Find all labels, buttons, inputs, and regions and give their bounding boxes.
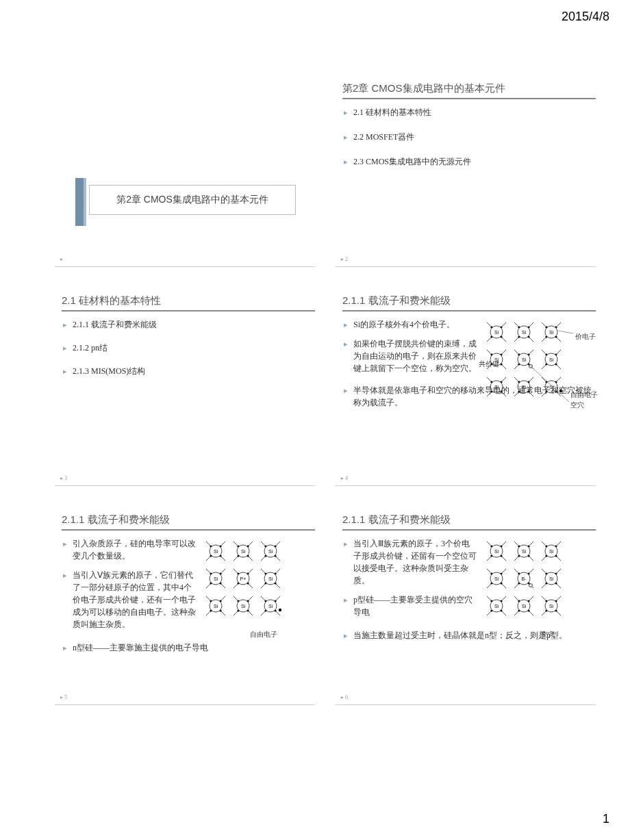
list-item: 半导体就是依靠电子和空穴的移动来导电的，通常电子和空穴被统称为载流子。 <box>344 384 596 409</box>
svg-text:Si: Si <box>549 357 554 362</box>
list-item: 当引入Ⅲ族元素的原子，3个价电子形成共价键，还留有一个空位可以接受电子。这种杂质… <box>344 537 477 587</box>
slide-title: 2.1.1 载流子和费米能级 <box>342 294 596 311</box>
title-rail-inner <box>84 178 86 226</box>
svg-text:Si: Si <box>549 576 554 581</box>
svg-text:Si: Si <box>494 549 499 554</box>
slide-title: 2.1 硅材料的基本特性 <box>62 294 315 311</box>
label-valence-electron: 价电子 <box>575 332 596 342</box>
list-item: 如果价电子摆脱共价键的束缚，成为自由运动的电子，则在原来共价键上就留下一个空位，… <box>344 338 477 374</box>
svg-text:Si: Si <box>214 549 218 554</box>
svg-point-276 <box>529 584 533 587</box>
svg-text:Si: Si <box>214 576 218 581</box>
content-list: 当引入Ⅲ族元素的原子，3个价电子形成共价键，还留有一个空位可以接受电子。这种杂质… <box>344 537 477 618</box>
content-list: 引入杂质原子，硅的电导率可以改变几个数量级。 当引入Ⅴ族元素的原子，它们替代了一… <box>63 537 197 631</box>
svg-text:Si: Si <box>241 604 246 609</box>
content-list-bottom: 当施主数量超过受主时，硅晶体就是n型；反之，则是p型。 <box>344 629 596 641</box>
slide-6: 2.1.1 载流子和费米能级 当引入Ⅲ族元素的原子，3个价电子形成共价键，还留有… <box>336 513 596 705</box>
content-list-bottom: 半导体就是依靠电子和空穴的移动来导电的，通常电子和空穴被统称为载流子。 <box>344 384 596 409</box>
label-free-electron: 自由电子 <box>250 630 277 639</box>
slide-marker <box>60 256 66 262</box>
slide-3: 2.1 硅材料的基本特性 2.1.1 载流子和费米能级 2.1.2 pn结 2.… <box>55 294 315 486</box>
list-item: n型硅——主要靠施主提供的电子导电 <box>63 641 315 654</box>
slide-number: 2 <box>341 256 348 262</box>
slide-5: 2.1.1 载流子和费米能级 引入杂质原子，硅的电导率可以改变几个数量级。 当引… <box>55 513 315 705</box>
svg-text:Si: Si <box>214 604 218 609</box>
title-rail <box>75 178 84 226</box>
list-item: p型硅——主要靠受主提供的空穴导电 <box>344 594 477 618</box>
svg-text:Si: Si <box>494 576 499 581</box>
label-covalent-bond: 共价键 <box>479 359 499 369</box>
svg-text:Si: Si <box>522 330 527 335</box>
svg-line-92 <box>558 331 573 333</box>
svg-text:Si: Si <box>522 357 527 362</box>
slide-1: 第2章 CMOS集成电路中的基本元件 <box>55 82 315 267</box>
svg-text:B-: B- <box>522 576 527 581</box>
slide-4: 2.1.1 载流子和费米能级 Si的原子核外有4个价电子。 如果价电子摆脱共价键… <box>336 294 596 486</box>
svg-text:Si: Si <box>522 604 527 609</box>
svg-text:Si: Si <box>268 549 273 554</box>
svg-text:Si: Si <box>241 549 246 554</box>
svg-text:Si: Si <box>549 604 554 609</box>
list-item: 引入杂质原子，硅的电导率可以改变几个数量级。 <box>63 537 197 562</box>
slide-number: 6 <box>341 694 348 700</box>
content-list-bottom: n型硅——主要靠施主提供的电子导电 <box>63 641 315 654</box>
content-list: Si的原子核外有4个价电子。 如果价电子摆脱共价键的束缚，成为自由运动的电子，则… <box>344 318 477 374</box>
svg-text:Si: Si <box>494 330 499 335</box>
slide-2: 第2章 CMOS集成电路中的基本元件 2.1 硅材料的基本特性 2.2 MOSF… <box>336 82 596 267</box>
lattice-diagram-acceptor: SiSiSiSiB-SiSiSiSi <box>483 537 592 640</box>
list-item: 2.1.3 MIS(MOS)结构 <box>63 365 315 377</box>
slide-title: 2.1.1 载流子和费米能级 <box>342 513 596 531</box>
list-item: 2.3 CMOS集成电路中的无源元件 <box>344 155 596 168</box>
page-number: 1 <box>603 812 609 826</box>
toc-list: 2.1 硅材料的基本特性 2.2 MOSFET器件 2.3 CMOS集成电路中的… <box>344 106 596 168</box>
svg-text:Si: Si <box>549 549 554 554</box>
list-item: 当引入Ⅴ族元素的原子，它们替代了一部分硅原子的位置，其中4个价电子形成共价键，还… <box>63 569 197 631</box>
slide-title: 2.1.1 载流子和费米能级 <box>62 513 315 531</box>
svg-text:Si: Si <box>549 330 554 335</box>
lattice-diagram-donor: SiSiSiSiP+SiSiSiSi <box>202 537 312 640</box>
list-item: Si的原子核外有4个价电子。 <box>344 318 477 331</box>
chapter-title-card: 第2章 CMOS集成电路中的基本元件 <box>89 185 296 215</box>
svg-point-185 <box>279 609 281 611</box>
svg-text:Si: Si <box>268 576 273 581</box>
slide-number: 4 <box>341 475 348 481</box>
svg-text:Si: Si <box>522 549 527 554</box>
slide-title: 第2章 CMOS集成电路中的基本元件 <box>342 82 596 99</box>
list-item: 2.1.2 pn结 <box>63 342 315 354</box>
slide-number: 5 <box>60 694 67 700</box>
slide-number: 3 <box>60 475 67 481</box>
section-list: 2.1.1 载流子和费米能级 2.1.2 pn结 2.1.3 MIS(MOS)结… <box>63 318 315 377</box>
slide-grid: 第2章 CMOS集成电路中的基本元件 第2章 CMOS集成电路中的基本元件 2.… <box>55 82 596 705</box>
svg-text:Si: Si <box>494 604 499 609</box>
svg-text:Si: Si <box>268 604 273 609</box>
list-item: 2.1.1 载流子和费米能级 <box>63 318 315 331</box>
list-item: 2.2 MOSFET器件 <box>344 131 596 143</box>
svg-text:P+: P+ <box>240 576 247 581</box>
page-date: 2015/4/8 <box>562 10 609 24</box>
list-item: 2.1 硅材料的基本特性 <box>344 106 596 118</box>
list-item: 当施主数量超过受主时，硅晶体就是n型；反之，则是p型。 <box>344 629 596 641</box>
